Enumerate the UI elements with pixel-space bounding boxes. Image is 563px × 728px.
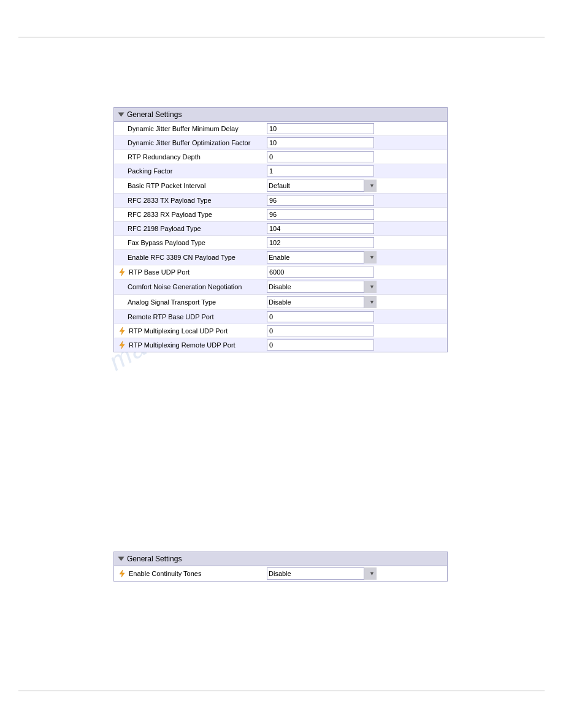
row-comfort-noise: Comfort Noise Generation Negotiation Dis… [114, 279, 447, 295]
value-rtp-base-udp [264, 265, 447, 279]
collapse-arrow-icon-2[interactable] [118, 557, 124, 561]
input-rfc2833-tx[interactable] [267, 195, 374, 206]
panel-first: General Settings Dynamic Jitter Buffer M… [113, 107, 448, 352]
label-rfc2833-rx: RFC 2833 RX Payload Type [114, 209, 264, 220]
label-rtp-mux-remote: RTP Multiplexing Remote UDP Port [114, 339, 264, 351]
select-wrapper-basic-rtp: Default [267, 180, 377, 192]
row-basic-rtp-packet: Basic RTP Packet Interval Default [114, 178, 447, 194]
row-enable-rfc3389: Enable RFC 3389 CN Payload Type Enable D… [114, 250, 447, 265]
svg-marker-3 [120, 570, 124, 577]
input-rfc2833-rx[interactable] [267, 209, 374, 220]
lightning-icon-rtp-mux-remote [118, 341, 126, 349]
input-remote-rtp[interactable] [267, 311, 374, 322]
value-rfc2833-tx [264, 194, 447, 207]
select-analog-signal[interactable]: Disable Enable [267, 296, 377, 308]
value-continuity-tones: Disable Enable [264, 566, 447, 581]
value-packing-factor [264, 164, 447, 178]
svg-marker-2 [120, 341, 124, 349]
value-comfort-noise: Disable Enable [264, 279, 447, 294]
select-basic-rtp-packet[interactable]: Default [267, 180, 377, 192]
row-rtp-redundancy: RTP Redundancy Depth [114, 150, 447, 164]
input-rtp-mux-local[interactable] [267, 325, 374, 336]
panel-first-title: General Settings [127, 110, 182, 119]
row-continuity-tones: Enable Continuity Tones Disable Enable [114, 566, 447, 581]
row-rfc2833-rx: RFC 2833 RX Payload Type [114, 208, 447, 222]
row-dynamic-jitter-min: Dynamic Jitter Buffer Minimum Delay [114, 122, 447, 136]
value-rfc2198 [264, 222, 447, 235]
label-fax-bypass: Fax Bypass Payload Type [114, 237, 264, 248]
svg-marker-1 [120, 327, 124, 335]
row-packing-factor: Packing Factor [114, 164, 447, 178]
value-analog-signal: Disable Enable [264, 295, 447, 309]
lightning-icon-rtp-mux-local [118, 327, 126, 335]
row-remote-rtp: Remote RTP Base UDP Port [114, 310, 447, 324]
input-rtp-redundancy[interactable] [267, 151, 374, 162]
label-dynamic-jitter-min: Dynamic Jitter Buffer Minimum Delay [114, 123, 264, 134]
row-rfc2833-tx: RFC 2833 TX Payload Type [114, 194, 447, 208]
input-fax-bypass[interactable] [267, 237, 374, 248]
select-continuity-tones[interactable]: Disable Enable [267, 567, 377, 580]
bottom-rule [18, 691, 545, 691]
label-remote-rtp: Remote RTP Base UDP Port [114, 311, 264, 322]
row-rfc2198: RFC 2198 Payload Type [114, 222, 447, 236]
svg-marker-0 [120, 268, 124, 276]
row-dynamic-jitter-opt: Dynamic Jitter Buffer Optimization Facto… [114, 136, 447, 150]
value-dynamic-jitter-min [264, 122, 447, 135]
input-dynamic-jitter-opt[interactable] [267, 137, 374, 148]
label-comfort-noise: Comfort Noise Generation Negotiation [114, 281, 264, 292]
row-rtp-mux-local: RTP Multiplexing Local UDP Port [114, 324, 447, 338]
value-dynamic-jitter-opt [264, 136, 447, 150]
input-packing-factor[interactable] [267, 165, 374, 176]
input-rfc2198[interactable] [267, 223, 374, 234]
value-rtp-mux-local [264, 324, 447, 338]
value-enable-rfc3389: Enable Disable [264, 250, 447, 265]
label-rtp-mux-local: RTP Multiplexing Local UDP Port [114, 325, 264, 337]
row-rtp-mux-remote: RTP Multiplexing Remote UDP Port [114, 338, 447, 352]
panel-second-title: General Settings [127, 555, 182, 563]
label-basic-rtp-packet: Basic RTP Packet Interval [114, 180, 264, 191]
panel-first-header: General Settings [114, 108, 447, 122]
input-rtp-mux-remote[interactable] [267, 339, 374, 351]
label-rfc2198: RFC 2198 Payload Type [114, 223, 264, 234]
top-rule [18, 37, 545, 37]
label-rtp-redundancy: RTP Redundancy Depth [114, 151, 264, 162]
label-analog-signal: Analog Signal Transport Type [114, 297, 264, 308]
select-wrapper-continuity: Disable Enable [267, 567, 377, 580]
page-container: manualslib.com General Settings Dynamic … [0, 0, 563, 728]
label-rfc2833-tx: RFC 2833 TX Payload Type [114, 195, 264, 206]
row-rtp-base-udp: RTP Base UDP Port [114, 265, 447, 279]
value-rtp-mux-remote [264, 338, 447, 352]
lightning-icon-continuity [118, 569, 126, 578]
select-comfort-noise[interactable]: Disable Enable [267, 281, 377, 293]
value-rtp-redundancy [264, 150, 447, 164]
input-rtp-base-udp[interactable] [267, 267, 374, 278]
select-wrapper-comfort-noise: Disable Enable [267, 281, 377, 293]
select-enable-rfc3389[interactable]: Enable Disable [267, 251, 377, 264]
value-remote-rtp [264, 310, 447, 324]
value-rfc2833-rx [264, 208, 447, 221]
collapse-arrow-icon[interactable] [118, 113, 124, 117]
row-fax-bypass: Fax Bypass Payload Type [114, 236, 447, 250]
value-fax-bypass [264, 236, 447, 249]
panel-second-header: General Settings [114, 552, 447, 566]
value-basic-rtp-packet: Default [264, 178, 447, 193]
label-dynamic-jitter-opt: Dynamic Jitter Buffer Optimization Facto… [114, 137, 264, 148]
row-analog-signal: Analog Signal Transport Type Disable Ena… [114, 295, 447, 310]
select-wrapper-analog-signal: Disable Enable [267, 296, 377, 308]
label-packing-factor: Packing Factor [114, 165, 264, 176]
label-enable-rfc3389: Enable RFC 3389 CN Payload Type [114, 252, 264, 263]
label-continuity-tones: Enable Continuity Tones [114, 567, 264, 580]
panel-second: General Settings Enable Continuity Tones… [113, 552, 448, 582]
select-wrapper-rfc3389: Enable Disable [267, 251, 377, 264]
lightning-icon-rtp-base [118, 268, 126, 276]
input-dynamic-jitter-min[interactable] [267, 123, 374, 134]
label-rtp-base-udp: RTP Base UDP Port [114, 266, 264, 278]
